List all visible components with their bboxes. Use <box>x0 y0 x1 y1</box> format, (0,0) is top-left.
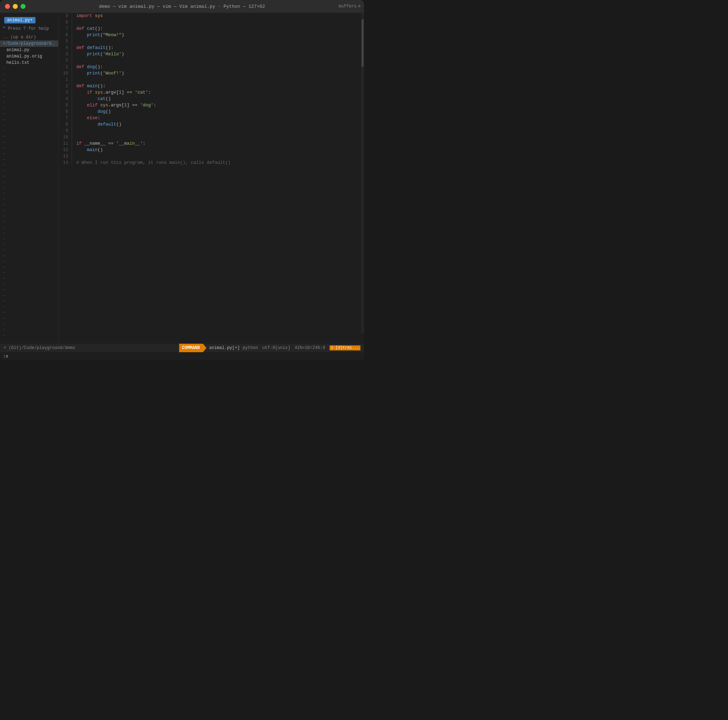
table-row: 1 def dog(): <box>58 64 364 70</box>
line-number: 4 <box>58 45 72 51</box>
empty-code-space <box>58 166 364 308</box>
line-number: 2 <box>58 83 72 89</box>
table-row: 2 <box>58 58 364 64</box>
table-row: 7 def cat(): <box>58 26 364 32</box>
buffers-icon: ≡ <box>358 4 361 9</box>
table-row: 13 <box>58 153 364 160</box>
sidebar-item-animal-py-orig[interactable]: animal.py.orig <box>0 53 58 60</box>
line-code: cat() <box>72 96 111 102</box>
command-line[interactable]: :x <box>0 352 364 360</box>
tilde-11: ~ <box>0 123 58 128</box>
tilde-12: ~ <box>0 128 58 134</box>
line-code: default() <box>72 121 122 128</box>
tilde-42: ~ <box>0 299 58 304</box>
table-row: 9 import sys <box>58 13 364 19</box>
status-left: < (Git)/Code/playground/demo <box>0 345 179 350</box>
tilde-6: ~ <box>0 94 58 100</box>
line-code: print('Woof!') <box>72 70 124 76</box>
line-number: 4 <box>58 96 72 102</box>
tilde-1: ~ <box>0 66 58 72</box>
table-row: 6 dog() <box>58 109 364 115</box>
table-row: 5 <box>58 38 364 45</box>
tilde-45: ~ <box>0 316 58 321</box>
line-number: 1 <box>58 64 72 70</box>
line-number: 8 <box>58 121 72 128</box>
line-code: def main(): <box>72 83 106 89</box>
close-button[interactable] <box>5 4 10 9</box>
scrollbar-thumb[interactable] <box>361 19 364 67</box>
tilde-26: ~ <box>0 208 58 214</box>
sidebar-item-up[interactable]: .. (up a dir) <box>0 34 58 40</box>
code-editor: 9 import sys 8 7 def cat(): 6 print("Meo… <box>58 13 364 344</box>
line-number: 2 <box>58 58 72 64</box>
tilde-39: ~ <box>0 281 58 287</box>
tilde-27: ~ <box>0 214 58 219</box>
tilde-19: ~ <box>0 168 58 174</box>
tilde-32: ~ <box>0 242 58 248</box>
minimize-button[interactable] <box>13 4 18 9</box>
table-row: 9 <box>58 128 364 134</box>
buffers-button[interactable]: buffers ≡ <box>338 4 361 9</box>
line-number: 3 <box>58 51 72 58</box>
line-code: def dog(): <box>72 64 103 70</box>
tilde-41: ~ <box>0 293 58 299</box>
tilde-8: ~ <box>0 106 58 112</box>
line-code: # When I run this program, it runs main(… <box>72 160 231 166</box>
tilde-36: ~ <box>0 264 58 270</box>
status-indicator: Ξ [3]trai... <box>330 345 361 350</box>
tilde-3: ~ <box>0 77 58 83</box>
tilde-46: ~ <box>0 321 58 327</box>
line-code: main() <box>72 147 103 153</box>
tilde-23: ~ <box>0 191 58 197</box>
sidebar-tab[interactable]: animal.py+ <box>4 17 35 23</box>
tilde-22: ~ <box>0 185 58 191</box>
line-number: 7 <box>58 115 72 121</box>
main-area: animal.py+ " Press ? for help .. (up a d… <box>0 13 364 344</box>
table-row: 3 print('Hello') <box>58 51 364 58</box>
line-code: elif sys.argv[1] == 'dog': <box>72 102 156 109</box>
tilde-2: ~ <box>0 72 58 77</box>
table-row: 8 default() <box>58 121 364 128</box>
tilde-44: ~ <box>0 310 58 316</box>
line-number: 10 <box>58 134 72 141</box>
line-number: 6 <box>58 109 72 115</box>
line-number: 11 <box>58 141 72 147</box>
line-number: 1 <box>58 76 72 83</box>
tilde-38: ~ <box>0 276 58 281</box>
tilde-14: ~ <box>0 140 58 145</box>
tilde-18: ~ <box>0 162 58 168</box>
tilde-30: ~ <box>0 231 58 236</box>
cmdline-text: :x <box>3 354 9 359</box>
line-number: 5 <box>58 102 72 109</box>
sidebar-item-dir[interactable]: </Code/playground/demo/ <box>0 40 58 47</box>
tilde-29: ~ <box>0 225 58 231</box>
sidebar: animal.py+ " Press ? for help .. (up a d… <box>0 13 58 344</box>
tilde-25: ~ <box>0 202 58 208</box>
line-code: if sys.argv[1] == 'cat': <box>72 89 151 96</box>
traffic-lights <box>5 4 26 9</box>
sidebar-help-text: " Press ? for help <box>0 26 58 32</box>
sidebar-item-animal-py[interactable]: animal.py <box>0 47 58 53</box>
line-code: import sys <box>72 13 103 19</box>
tilde-33: ~ <box>0 248 58 253</box>
line-code: dog() <box>72 109 111 115</box>
status-filetype: python <box>243 345 258 350</box>
table-row: 4 def default(): <box>58 45 364 51</box>
sidebar-item-hello-txt[interactable]: hello.txt <box>0 60 58 66</box>
line-code: def cat(): <box>72 26 103 32</box>
code-scroll[interactable]: 9 import sys 8 7 def cat(): 6 print("Meo… <box>58 13 364 344</box>
tilde-47: ~ <box>0 327 58 333</box>
table-row: 10 <box>58 134 364 141</box>
tilde-37: ~ <box>0 270 58 276</box>
line-number: 7 <box>58 26 72 32</box>
maximize-button[interactable] <box>21 4 26 9</box>
table-row: 10 print('Woof!') <box>58 70 364 76</box>
line-number: 13 <box>58 153 72 160</box>
status-mode-arrow <box>203 344 206 352</box>
table-row: 7 else: <box>58 115 364 121</box>
table-row: 5 elif sys.argv[1] == 'dog': <box>58 102 364 109</box>
line-code: print("Meow!") <box>72 32 124 38</box>
line-number: 8 <box>58 19 72 26</box>
table-row: 4 cat() <box>58 96 364 102</box>
tilde-15: ~ <box>0 145 58 151</box>
